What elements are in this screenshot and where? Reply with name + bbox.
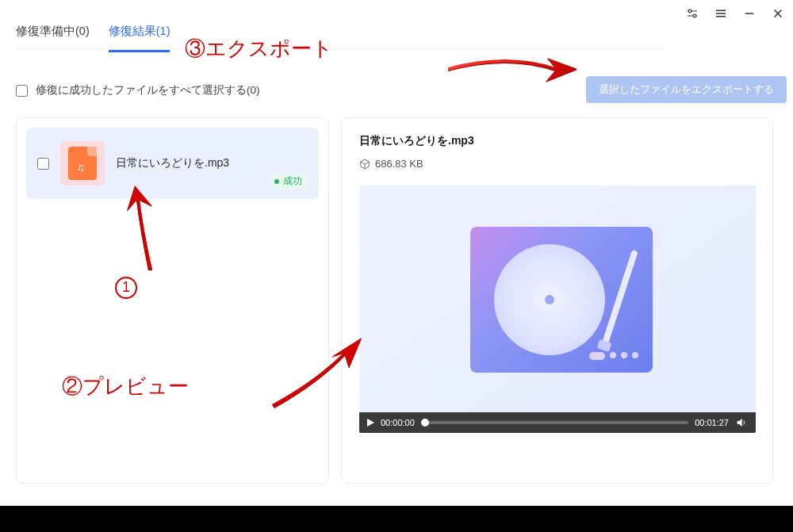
status-badge: 成功 <box>270 173 308 189</box>
play-button[interactable] <box>367 419 374 427</box>
minimize-icon[interactable] <box>739 3 760 24</box>
select-all-row[interactable]: 修復に成功したファイルをすべて選択する(0) <box>16 83 260 98</box>
file-size: 686.83 KB <box>375 158 423 170</box>
file-item[interactable]: ♫ 日常にいろどりを.mp3 成功 <box>26 128 319 199</box>
tab-preparing[interactable]: 修復準備中(0) <box>16 24 90 52</box>
cube-icon <box>359 159 370 170</box>
menu-icon[interactable] <box>711 3 731 24</box>
arrow-3 <box>444 44 579 94</box>
audio-player: 00:00:00 00:01:27 <box>359 186 756 433</box>
file-list-panel: ♫ 日常にいろどりを.mp3 成功 <box>16 117 329 484</box>
preview-panel: 日常にいろどりを.mp3 686.83 KB 00:00:00 00:01:27 <box>341 117 773 484</box>
seek-bar[interactable] <box>421 421 688 424</box>
close-icon[interactable] <box>768 3 788 24</box>
tab-results[interactable]: 修復結果(1) <box>109 24 170 52</box>
turntable-illustration <box>470 227 653 373</box>
file-thumbnail: ♫ <box>60 141 105 186</box>
volume-icon[interactable] <box>735 416 748 429</box>
file-name: 日常にいろどりを.mp3 <box>116 156 308 170</box>
settings-icon[interactable] <box>682 3 703 24</box>
bottom-bar <box>0 506 793 532</box>
select-all-label: 修復に成功したファイルをすべて選択する(0) <box>36 83 260 98</box>
time-current: 00:00:00 <box>381 418 415 427</box>
preview-title: 日常にいろどりを.mp3 <box>359 134 755 148</box>
export-button[interactable]: 選択したファイルをエクスポートする <box>586 76 787 103</box>
player-controls: 00:00:00 00:01:27 <box>359 412 756 433</box>
select-all-checkbox[interactable] <box>16 85 28 97</box>
time-total: 00:01:27 <box>695 418 729 427</box>
file-checkbox[interactable] <box>37 158 49 170</box>
svg-point-1 <box>693 14 696 17</box>
tab-divider <box>16 49 662 50</box>
music-note-icon: ♫ <box>76 161 85 174</box>
svg-point-0 <box>688 10 691 13</box>
